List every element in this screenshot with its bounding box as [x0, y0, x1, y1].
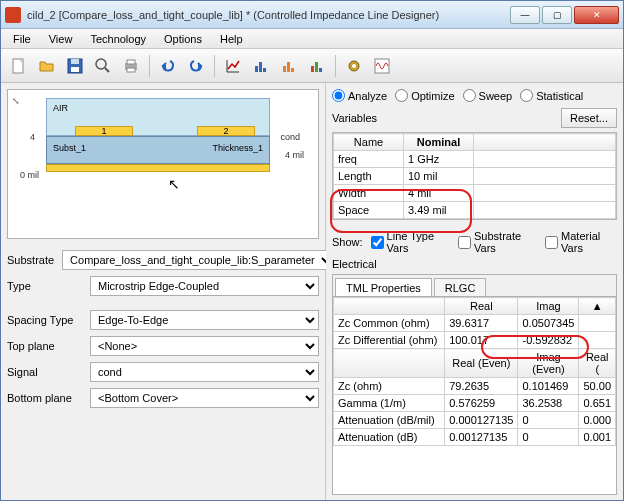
substrate-select[interactable]: Compare_loss_and_tight_couple_lib:S_para… — [62, 250, 335, 270]
svg-rect-7 — [127, 60, 135, 64]
type-select[interactable]: Microstrip Edge-Coupled — [90, 276, 319, 296]
subst-label: Subst_1 — [53, 143, 86, 153]
window-title: cild_2 [Compare_loss_and_tight_couple_li… — [27, 9, 508, 21]
bottom-plane-label: Bottom plane — [7, 392, 82, 404]
mode-optimize[interactable]: Optimize — [395, 89, 454, 102]
tab-rlgc[interactable]: RLGC — [434, 278, 487, 297]
cursor-icon: ↖ — [168, 176, 180, 192]
type-label: Type — [7, 280, 82, 292]
svg-rect-14 — [291, 68, 294, 72]
svg-rect-20 — [375, 59, 389, 73]
zoom-icon[interactable] — [91, 54, 115, 78]
tab-tml[interactable]: TML Properties — [335, 278, 432, 297]
app-icon — [5, 7, 21, 23]
right-4mil: 4 mil — [285, 150, 304, 160]
close-button[interactable]: ✕ — [574, 6, 619, 24]
svg-rect-12 — [283, 66, 286, 72]
print-icon[interactable] — [119, 54, 143, 78]
mode-sweep[interactable]: Sweep — [463, 89, 513, 102]
svg-rect-8 — [127, 68, 135, 72]
col-nominal: Nominal — [404, 134, 474, 151]
col-name: Name — [334, 134, 404, 151]
air-label: AIR — [53, 103, 68, 113]
spacing-type-label: Spacing Type — [7, 314, 82, 326]
gear-icon[interactable] — [342, 54, 366, 78]
tml-table[interactable]: RealImag▲ Zc Common (ohm)39.63170.050734… — [333, 297, 616, 446]
menu-help[interactable]: Help — [212, 31, 251, 47]
variables-label: Variables — [332, 112, 377, 124]
svg-rect-13 — [287, 62, 290, 72]
cond-label: cond — [280, 132, 300, 142]
chart-bar-orange-icon[interactable] — [277, 54, 301, 78]
mode-statistical[interactable]: Statistical — [520, 89, 583, 102]
svg-rect-3 — [71, 59, 79, 64]
variables-table[interactable]: NameNominal freq1 GHz Length10 mil Width… — [333, 133, 616, 219]
check-substrate[interactable]: Substrate Vars — [458, 230, 537, 254]
table-row: Length10 mil — [334, 168, 616, 185]
menu-view[interactable]: View — [41, 31, 81, 47]
table-row: Zc Common (ohm)39.63170.0507345 — [334, 315, 616, 332]
chart-bar-blue-icon[interactable] — [249, 54, 273, 78]
top-plane-select[interactable]: <None> — [90, 336, 319, 356]
table-row: freq1 GHz — [334, 151, 616, 168]
ground-layer — [46, 164, 270, 172]
cross-section-view[interactable]: ⤡ AIR 1 2 Subst_1 Thickness_1 4 cond 4 m… — [7, 89, 319, 239]
open-icon[interactable] — [35, 54, 59, 78]
table-row: Zc Differential (ohm)100.017-0.592832 — [334, 332, 616, 349]
menu-options[interactable]: Options — [156, 31, 210, 47]
y-axis-4: 4 — [30, 132, 35, 142]
top-plane-label: Top plane — [7, 340, 82, 352]
minimize-button[interactable]: — — [510, 6, 540, 24]
bottom-plane-select[interactable]: <Bottom Cover> — [90, 388, 319, 408]
trace-2: 2 — [197, 126, 255, 136]
svg-line-5 — [105, 68, 109, 72]
svg-rect-9 — [255, 66, 258, 72]
svg-point-19 — [352, 64, 356, 68]
svg-rect-16 — [315, 62, 318, 72]
table-row: Attenuation (dB)0.0012713500.001 — [334, 429, 616, 446]
table-row: Space3.49 mil — [334, 202, 616, 219]
svg-rect-17 — [319, 68, 322, 72]
check-linetype[interactable]: Line Type Vars — [371, 230, 450, 254]
thickness-label: Thickness_1 — [212, 143, 263, 153]
y-axis-0mil: 0 mil — [20, 170, 39, 180]
undo-icon[interactable] — [156, 54, 180, 78]
new-icon[interactable] — [7, 54, 31, 78]
signal-select[interactable]: cond — [90, 362, 319, 382]
chart-bar-multi-icon[interactable] — [305, 54, 329, 78]
chart1-icon[interactable] — [221, 54, 245, 78]
waveform-icon[interactable] — [370, 54, 394, 78]
mode-analyze[interactable]: Analyze — [332, 89, 387, 102]
spacing-type-select[interactable]: Edge-To-Edge — [90, 310, 319, 330]
signal-label: Signal — [7, 366, 82, 378]
redo-icon[interactable] — [184, 54, 208, 78]
table-row: Attenuation (dB/mil)0.00012713500.000 — [334, 412, 616, 429]
reset-button[interactable]: Reset... — [561, 108, 617, 128]
maximize-button[interactable]: ▢ — [542, 6, 572, 24]
table-row: Gamma (1/m)0.57625936.25380.651 — [334, 395, 616, 412]
menu-technology[interactable]: Technology — [82, 31, 154, 47]
save-icon[interactable] — [63, 54, 87, 78]
svg-rect-11 — [263, 68, 266, 72]
menu-file[interactable]: File — [5, 31, 39, 47]
trace-1: 1 — [75, 126, 133, 136]
table-row: Width4 mil — [334, 185, 616, 202]
svg-rect-2 — [71, 67, 79, 72]
svg-point-4 — [96, 59, 106, 69]
electrical-label: Electrical — [332, 258, 617, 270]
substrate-label: Substrate — [7, 254, 54, 266]
svg-rect-10 — [259, 62, 262, 72]
check-material[interactable]: Material Vars — [545, 230, 617, 254]
svg-rect-15 — [311, 66, 314, 72]
table-row: Zc (ohm)79.26350.10146950.00 — [334, 378, 616, 395]
show-label: Show: — [332, 236, 363, 248]
